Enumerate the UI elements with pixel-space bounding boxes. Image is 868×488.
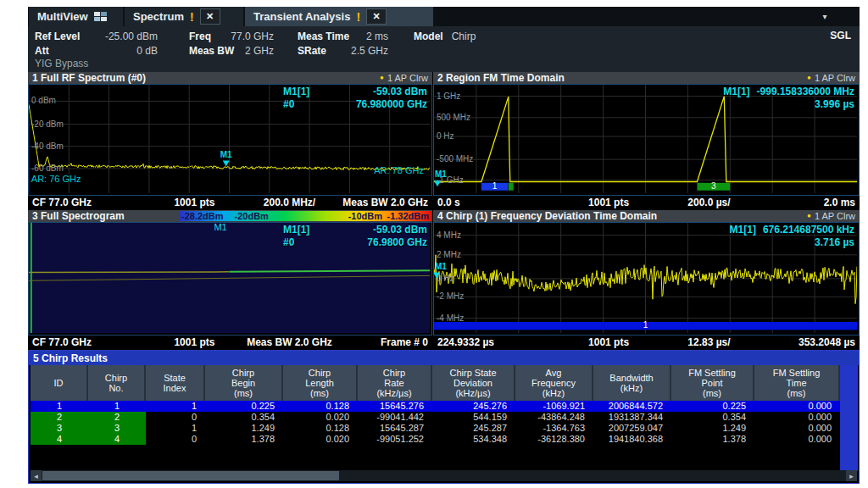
table-cell[interactable]: 0.020 — [283, 412, 358, 423]
table-cell[interactable]: 4 — [88, 434, 146, 445]
table-cell[interactable]: -43864.248 — [515, 412, 593, 423]
table-cell[interactable]: 0 — [146, 412, 205, 423]
setting-yig-bypass[interactable]: YIG Bypass — [35, 58, 88, 69]
setting-meas-time[interactable]: Meas Time 2 ms — [298, 30, 388, 42]
column-header[interactable]: Avg Frequency (kHz) — [515, 365, 593, 401]
panel-title: 2 Region FM Time Domain — [437, 72, 565, 84]
status-single-sweep: SGL — [830, 30, 851, 42]
table-cell[interactable]: -1069.921 — [515, 401, 593, 412]
setting-model[interactable]: Model Chirp — [414, 30, 476, 42]
panel-title-bar[interactable]: 2 Region FM Time Domain ● 1 AP Clrw — [433, 72, 860, 84]
table-cell[interactable]: 3 — [88, 423, 146, 434]
panel-title-bar[interactable]: 3 Full Spectrogram -28.2dBm -20dBm -10dB… — [28, 210, 432, 222]
column-header[interactable]: FM Settling Point (ms) — [671, 365, 754, 401]
tab-multiview[interactable]: MultiView — [29, 7, 123, 26]
marker-readout: M1[1]-59.03 dBm #076.9800 GHz — [283, 224, 427, 249]
graph-chirp-frequency-deviation[interactable]: M1[1]676.214687500 kHz 3.716 µs 14 MHz2 … — [433, 222, 860, 336]
table-cell[interactable]: 1 — [88, 401, 146, 412]
table-cell[interactable]: 0.000 — [754, 434, 840, 445]
table-cell[interactable]: 0.128 — [283, 423, 358, 434]
vertical-scrollbar[interactable] — [840, 365, 858, 471]
setting-ref-level[interactable]: Ref Level -25.00 dBm — [35, 30, 158, 42]
setting-freq[interactable]: Freq 77.0 GHz — [189, 30, 274, 42]
panel-title-bar[interactable]: 4 Chirp (1) Frequency Deviation Time Dom… — [433, 210, 860, 222]
close-icon[interactable]: ✕ — [200, 8, 220, 25]
table-cell[interactable]: 0.354 — [205, 412, 283, 423]
table-cell[interactable]: 0.128 — [283, 401, 358, 412]
table-cell[interactable]: 1.378 — [671, 434, 754, 445]
table-cell[interactable]: 1.249 — [671, 423, 754, 434]
column-header[interactable]: Bandwidth (kHz) — [593, 365, 671, 401]
table-cell[interactable]: -99041.442 — [358, 412, 432, 423]
table-row[interactable]: 4401.3780.020-99051.252534.348-36128.380… — [31, 434, 840, 445]
column-header[interactable]: Chirp Rate (kHz/µs) — [358, 365, 432, 401]
table-cell[interactable]: 1.249 — [205, 423, 283, 434]
panel-chirp-frequency-deviation: 4 Chirp (1) Frequency Deviation Time Dom… — [433, 210, 860, 348]
svg-text:4 MHz: 4 MHz — [437, 230, 461, 240]
setting-srate[interactable]: SRate 2.5 GHz — [298, 44, 388, 57]
table-cell[interactable]: 15645.276 — [358, 401, 432, 412]
close-icon[interactable]: ✕ — [366, 8, 387, 25]
scroll-left-icon[interactable]: ◂ — [31, 470, 42, 481]
tab-transient-analysis[interactable]: Transient Analysis ! ✕ — [245, 7, 433, 26]
table-cell[interactable]: 0.020 — [283, 434, 358, 445]
table-cell[interactable]: 1 — [31, 401, 88, 412]
svg-text:M1: M1 — [435, 262, 447, 271]
setting-meas-bw[interactable]: Meas BW 2 GHz — [189, 44, 274, 57]
scrollbar-thumb[interactable] — [42, 471, 339, 480]
svg-text:AR: 76 GHz: AR: 76 GHz — [31, 174, 81, 184]
column-header[interactable]: Chirp Begin (ms) — [205, 365, 283, 401]
table-cell[interactable]: -1364.763 — [515, 423, 593, 434]
table-cell[interactable]: 0 — [146, 434, 205, 445]
trace-dot-icon: ● — [807, 213, 811, 219]
table-cell[interactable]: 1941840.368 — [593, 434, 671, 445]
panel-title-bar[interactable]: 1 Full RF Spectrum (#0) ● 1 AP Clrw — [28, 72, 432, 84]
column-header[interactable]: FM Settling Time (ms) — [754, 365, 840, 401]
column-header[interactable]: Chirp Length (ms) — [283, 365, 358, 401]
table-cell[interactable]: 0.000 — [754, 423, 840, 434]
table-cell[interactable]: 3 — [31, 423, 88, 434]
table-cell[interactable]: 2 — [88, 412, 146, 423]
table-cell[interactable]: 534.348 — [432, 434, 515, 445]
table-cell[interactable]: 0.354 — [671, 412, 754, 423]
table-cell[interactable]: 245.276 — [432, 401, 515, 412]
table-row[interactable]: 3311.2490.12815645.287245.287-1364.76320… — [31, 423, 840, 434]
graph-region-fm-time-domain[interactable]: M1[1]-999.158336000 MHz 3.996 µs 131 GHz… — [433, 84, 860, 196]
trace-badge: ● 1 AP Clrw — [807, 73, 855, 83]
table-cell[interactable]: 2006844.572 — [593, 401, 671, 412]
table-cell[interactable]: 1 — [146, 401, 205, 412]
table-cell[interactable]: 0.225 — [205, 401, 283, 412]
table-cell[interactable]: 1.378 — [205, 434, 283, 445]
table-cell[interactable]: 2 — [31, 412, 88, 423]
column-header[interactable]: State Index — [146, 365, 205, 401]
graph-full-rf-spectrum[interactable]: M1[1]-59.03 dBm #076.980000 GHz 0 dBm-20… — [28, 84, 432, 196]
svg-text:-500 MHz: -500 MHz — [437, 154, 473, 164]
table-cell[interactable]: -36128.380 — [515, 434, 593, 445]
table-cell[interactable]: 0.000 — [754, 401, 840, 412]
graph-footer: 224.9332 µs1001 pts 12.83 µs/353.2048 µs — [433, 336, 860, 348]
tab-spectrum[interactable]: Spectrum ! ✕ — [125, 7, 243, 26]
table-cell[interactable]: 245.287 — [432, 423, 515, 434]
table-cell[interactable]: 0.225 — [671, 401, 754, 412]
table-cell[interactable]: 0.000 — [754, 412, 840, 423]
column-header[interactable]: ID — [31, 365, 88, 401]
chevron-down-icon: ▾ — [822, 12, 826, 21]
table-cell[interactable]: 1931387.344 — [593, 412, 671, 423]
graph-full-spectrogram[interactable]: M1[1]-59.03 dBm #076.9800 GHz M1 — [28, 222, 432, 336]
table-cell[interactable]: 1 — [146, 423, 205, 434]
horizontal-scrollbar[interactable]: ◂ ▸ — [31, 470, 857, 481]
setting-att[interactable]: Att 0 dB — [35, 44, 158, 57]
tab-list-dropdown-button[interactable]: ▾ — [814, 9, 836, 24]
table-cell[interactable]: 2007259.047 — [593, 423, 671, 434]
table-cell[interactable]: 544.159 — [432, 412, 515, 423]
column-header[interactable]: Chirp No. — [88, 365, 146, 401]
table-cell[interactable]: 15645.287 — [358, 423, 432, 434]
results-title-bar[interactable]: 5 Chirp Results — [29, 351, 859, 365]
column-header[interactable]: Chirp State Deviation (kHz/µs) — [432, 365, 515, 401]
table-cell[interactable]: -99051.252 — [358, 434, 432, 445]
table-cell[interactable]: 4 — [31, 434, 88, 445]
table-row[interactable]: 2200.3540.020-99041.442544.159-43864.248… — [31, 412, 840, 423]
results-table-header: IDChirp No.State IndexChirp Begin (ms)Ch… — [31, 365, 840, 401]
table-row[interactable]: 1110.2250.12815645.276245.276-1069.92120… — [31, 401, 840, 412]
scroll-right-icon[interactable]: ▸ — [846, 470, 857, 481]
